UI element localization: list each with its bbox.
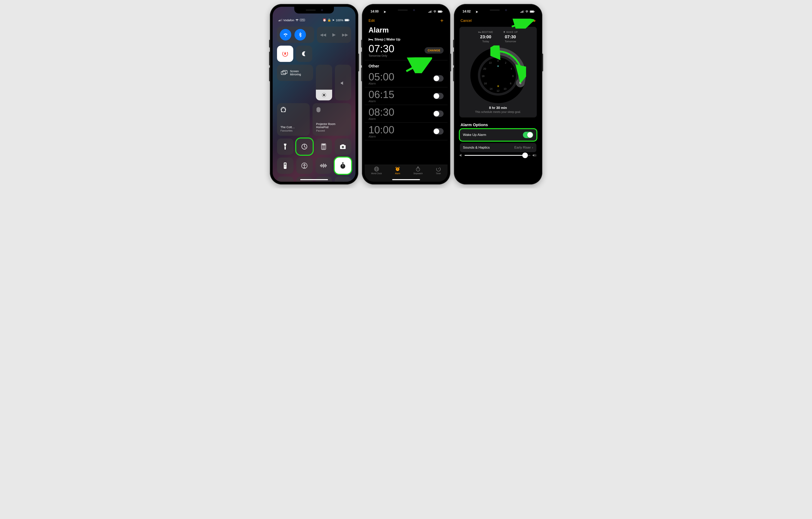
location-icon: ➤ <box>332 18 335 22</box>
notch <box>294 7 334 13</box>
tab-world-clock[interactable]: World Clock <box>371 166 382 174</box>
home-indicator[interactable] <box>300 179 328 180</box>
change-button[interactable]: CHANGE <box>425 47 443 54</box>
svg-point-33 <box>323 148 324 149</box>
bedtime-handle[interactable] <box>491 48 500 56</box>
wifi-icon <box>525 10 528 13</box>
wifi-toggle[interactable] <box>280 29 291 40</box>
svg-point-28 <box>324 146 325 147</box>
accessibility-tile[interactable] <box>296 158 313 174</box>
torch-icon <box>283 143 287 150</box>
wake-handle[interactable] <box>516 79 525 87</box>
torch-tile[interactable] <box>277 138 293 155</box>
svg-rect-57 <box>429 12 429 13</box>
alarm-toggle[interactable] <box>433 93 443 99</box>
alarm-toggle[interactable] <box>433 128 443 135</box>
stopwatch-tile[interactable] <box>335 158 351 174</box>
svg-point-37 <box>284 163 286 165</box>
do-not-disturb-tile[interactable] <box>296 46 312 62</box>
screen-mirroring-icon <box>281 70 287 75</box>
svg-rect-82 <box>530 11 533 12</box>
wake-alarm-toggle[interactable] <box>523 132 533 138</box>
play-icon[interactable]: ▶ <box>332 32 336 37</box>
bell-icon <box>519 81 522 85</box>
clock-face: 0 2 4 6 8 10 12 14 16 18 20 22 ✦ ☀ <box>482 59 515 92</box>
apple-tv-remote-tile[interactable] <box>277 158 293 174</box>
wake-time: 07:30 <box>369 44 395 54</box>
svg-point-30 <box>323 147 324 148</box>
rewind-icon[interactable]: ◀◀ <box>320 32 326 37</box>
orientation-lock-tile[interactable] <box>277 46 293 62</box>
alarm-row[interactable]: 06:15Alarm <box>365 87 447 105</box>
orientation-lock-icon <box>282 50 289 57</box>
alarm-toggle[interactable] <box>433 110 443 117</box>
svg-point-39 <box>286 166 286 166</box>
alarm-toggle[interactable] <box>433 75 443 82</box>
alarm-volume-slider[interactable] <box>459 154 537 157</box>
home-icon <box>281 107 286 112</box>
svg-rect-0 <box>279 21 279 21</box>
globe-icon <box>374 166 379 172</box>
wake-alarm-row[interactable]: Wake Up Alarm <box>460 129 536 141</box>
tab-alarm[interactable]: Alarm <box>395 166 400 174</box>
remote-icon <box>284 162 287 169</box>
stars-icon: ✦ <box>497 64 499 68</box>
media-controls-tile[interactable]: ◀◀ ▶ ▶▶ <box>317 27 351 43</box>
phone-control-centre: Vodafon VPN ⏰ 🔒 ➤ 100% ◀◀ ▶ ▶▶ <box>270 4 358 185</box>
svg-point-34 <box>324 148 325 149</box>
screen-mirroring-tile[interactable]: Screen Mirroring <box>277 65 313 81</box>
wake-sub: Tomorrow <box>503 40 518 43</box>
ear-icon <box>341 182 345 182</box>
edit-button[interactable]: Edit <box>369 19 375 23</box>
other-section-header: Other <box>365 60 447 70</box>
voice-memos-tile[interactable] <box>316 158 332 174</box>
wake-sub: Tomorrow Only <box>369 54 395 57</box>
homepod-tile[interactable]: Projector Room HomePod Paused <box>313 103 351 136</box>
svg-line-17 <box>325 97 326 97</box>
home-indicator[interactable] <box>392 179 420 180</box>
svg-point-26 <box>322 146 323 147</box>
svg-rect-52 <box>342 163 344 163</box>
battery-pct: 100% <box>336 19 343 22</box>
wifi-icon <box>295 19 299 21</box>
svg-point-40 <box>284 167 285 167</box>
svg-rect-80 <box>523 10 524 13</box>
svg-rect-63 <box>442 11 442 12</box>
timer-tile[interactable] <box>296 138 313 155</box>
wifi-icon <box>433 10 436 13</box>
svg-rect-59 <box>431 11 431 13</box>
home-tile-sub: Favourites <box>281 129 293 132</box>
bluetooth-toggle[interactable] <box>294 29 306 40</box>
svg-line-18 <box>322 97 323 97</box>
svg-point-27 <box>323 146 324 147</box>
connectivity-tile[interactable] <box>277 27 314 43</box>
volume-slider[interactable] <box>335 65 351 100</box>
add-alarm-button[interactable]: + <box>440 19 443 23</box>
tab-stopwatch[interactable]: Stopwatch <box>413 166 423 174</box>
sun-icon: ☀ <box>497 84 499 88</box>
sleep-dial[interactable]: 0 2 4 6 8 10 12 14 16 18 20 22 ✦ ☀ <box>470 48 526 103</box>
brightness-slider[interactable] <box>316 65 332 100</box>
screen-record-tile[interactable] <box>277 176 293 182</box>
done-button[interactable]: Done <box>527 19 535 23</box>
cancel-button[interactable]: Cancel <box>461 19 472 23</box>
calculator-tile[interactable] <box>316 138 332 155</box>
svg-rect-60 <box>432 10 432 13</box>
alarm-row[interactable]: 10:00Alarm <box>365 122 447 140</box>
sounds-haptics-row[interactable]: Sounds & Haptics Early Riser› <box>460 143 536 152</box>
alarm-row[interactable]: 08:30Alarm <box>365 105 447 122</box>
chevron-right-icon: › <box>532 146 533 149</box>
phone-sleep-schedule: 14:02 ➤ Cancel Done BEDTIME 23:00 Today … <box>454 4 542 185</box>
hearing-tile[interactable] <box>335 176 351 182</box>
homepod-name: Projector Room HomePod <box>316 122 347 129</box>
svg-rect-3 <box>282 19 282 21</box>
sleep-wake-section-header: Sleep | Wake Up <box>365 35 447 42</box>
home-favourites-tile[interactable]: The Cott… Favourites <box>277 103 310 136</box>
volume-icon <box>341 81 346 85</box>
alarm-row[interactable]: 05:00Alarm <box>365 70 447 87</box>
tab-timer[interactable]: Timer <box>436 166 441 174</box>
svg-rect-83 <box>534 11 534 12</box>
forward-icon[interactable]: ▶▶ <box>342 32 348 37</box>
camera-tile[interactable] <box>335 138 351 155</box>
carrier-label: Vodafon <box>283 19 294 22</box>
